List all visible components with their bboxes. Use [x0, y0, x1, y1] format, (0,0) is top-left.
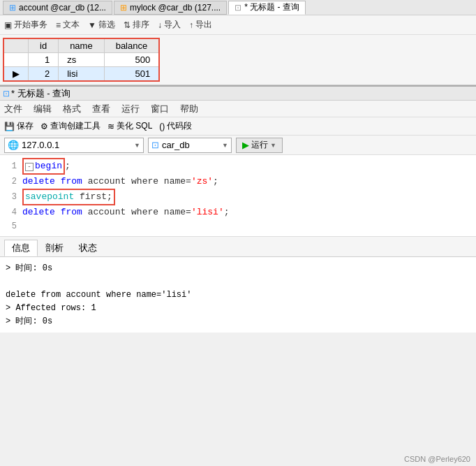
run-play-icon: ▶: [242, 140, 249, 150]
line4-str: 'lisi': [191, 207, 224, 217]
db-value: car_db: [162, 140, 190, 150]
col-id-header[interactable]: id: [29, 38, 59, 53]
col-name-header[interactable]: name: [59, 38, 105, 53]
start-transaction-btn[interactable]: ▣ 开始事务: [4, 19, 47, 31]
line4-end: ;: [224, 207, 230, 217]
info-line-4: > 时间: 0s: [6, 315, 470, 328]
data-table: id name balance 1 zs 500 ▶ 2 lisi 501: [3, 38, 160, 82]
filter-label: 筛选: [98, 19, 115, 31]
bottom-panel: ⊡ * 无标题 - 查询 文件 编辑 格式 查看 运行 窗口 帮助 💾 保存 ⚙…: [0, 85, 476, 333]
cell-id-2: 2: [29, 67, 59, 82]
query-window-icon: ⊡: [3, 89, 10, 99]
begin-keyword: begin: [35, 161, 62, 171]
code-line-2: 2 delete from account where name='zs';: [0, 175, 476, 189]
col-arrow-header: [3, 38, 29, 53]
line-number-3: 3: [3, 190, 17, 204]
db-selector[interactable]: ⊡ car_db ▼: [148, 138, 232, 153]
menu-format[interactable]: 格式: [63, 103, 81, 115]
tab-account-label: account @car_db (12...: [19, 3, 106, 13]
line-2-content: delete from account where name='zs';: [22, 175, 473, 189]
snippet-btn[interactable]: () 代码段: [159, 120, 192, 132]
code-editor[interactable]: 1 -begin ; 2 delete from account where n…: [0, 155, 476, 237]
filter-btn[interactable]: ▼ 筛选: [88, 19, 115, 31]
line2-end: ;: [213, 176, 218, 187]
line-number-2: 2: [3, 175, 17, 189]
watermark: CSDN @Perley620: [404, 455, 470, 463]
host-value: 127.0.0.1: [22, 140, 59, 150]
import-btn[interactable]: ↓ 导入: [158, 19, 181, 31]
run-chevron-icon: ▼: [270, 142, 276, 149]
info-tab-bar: 信息 剖析 状态: [0, 240, 476, 257]
cell-name-2: lisi: [59, 67, 105, 82]
tab-query[interactable]: ⊡ * 无标题 - 查询: [228, 1, 306, 15]
menu-window[interactable]: 窗口: [151, 103, 169, 115]
info-section: 信息 剖析 状态 > 时间: 0s delete from account wh…: [0, 240, 476, 333]
row-arrow-1: [3, 53, 29, 67]
tab-query-label: * 无标题 - 查询: [244, 1, 299, 13]
line-4-content: delete from account where name='lisi';: [22, 205, 473, 219]
tab-mylock-label: mylock @car_db (127....: [130, 3, 221, 13]
from-keyword-2: from: [61, 207, 82, 217]
export-label: 导出: [195, 19, 212, 31]
line4-rest: account where name=: [88, 207, 191, 217]
menu-help[interactable]: 帮助: [180, 103, 198, 115]
code-line-4: 4 delete from account where name='lisi';: [0, 205, 476, 219]
connection-bar: 🌐 127.0.0.1 ▼ ⊡ car_db ▼ ▶ 运行 ▼: [0, 136, 476, 155]
sort-icon: ⇅: [124, 20, 131, 30]
cell-name-1: zs: [59, 53, 105, 67]
table-row[interactable]: ▶ 2 lisi 501: [3, 67, 159, 82]
line-number-4: 4: [3, 205, 17, 219]
info-tab-status[interactable]: 状态: [71, 240, 105, 256]
delete-keyword-2: delete: [22, 207, 55, 217]
run-button[interactable]: ▶ 运行 ▼: [236, 138, 283, 153]
line2-rest: account where name=: [88, 176, 191, 187]
menu-run[interactable]: 运行: [121, 103, 140, 115]
code-icon: (): [159, 122, 165, 131]
info-line-3: > Affected rows: 1: [6, 302, 470, 314]
col-balance-header[interactable]: balance: [104, 38, 159, 53]
tool-icon: ⚙: [40, 122, 48, 131]
tab-account[interactable]: ⊞ account @car_db (12...: [3, 1, 112, 15]
start-icon: ▣: [4, 20, 12, 30]
code-line-5: 5: [0, 219, 476, 233]
menu-view[interactable]: 查看: [92, 103, 110, 115]
run-label: 运行: [251, 139, 268, 151]
info-tab-profile[interactable]: 剖析: [38, 240, 71, 256]
beautify-btn[interactable]: ≋ 美化 SQL: [107, 120, 152, 132]
text-label: 文本: [63, 19, 80, 31]
fold-icon: -: [25, 163, 34, 171]
globe-icon: 🌐: [8, 140, 19, 150]
tab-mylock[interactable]: ⊞ mylock @car_db (127....: [114, 1, 227, 15]
begin-box: -begin: [22, 158, 65, 175]
text-btn[interactable]: ≡ 文本: [56, 19, 80, 31]
info-tab-info[interactable]: 信息: [4, 240, 38, 256]
row-arrow-2: ▶: [3, 67, 29, 82]
delete-keyword-1: delete: [22, 176, 55, 187]
panel-title: * 无标题 - 查询: [11, 87, 70, 100]
code-line-3: 3 savepoint first;: [0, 189, 476, 205]
table-container: id name balance 1 zs 500 ▶ 2 lisi 501: [0, 35, 476, 85]
host-selector[interactable]: 🌐 127.0.0.1 ▼: [4, 138, 144, 153]
save-btn[interactable]: 💾 保存: [4, 120, 34, 132]
line-1-content: -begin ;: [22, 158, 473, 175]
export-btn[interactable]: ↑ 导出: [189, 19, 212, 31]
menu-edit[interactable]: 编辑: [34, 103, 52, 115]
save-label: 保存: [17, 120, 34, 132]
begin-semicolon: ;: [65, 161, 70, 171]
sort-btn[interactable]: ⇅ 排序: [124, 19, 149, 31]
savepoint-box: savepoint first;: [22, 189, 115, 205]
tab-bar: ⊞ account @car_db (12... ⊞ mylock @car_d…: [0, 0, 476, 15]
beautify-icon: ≋: [107, 122, 114, 131]
import-icon: ↓: [158, 20, 162, 30]
menu-file[interactable]: 文件: [4, 103, 22, 115]
info-content: > 时间: 0s delete from account where name=…: [0, 257, 476, 333]
line-number-5: 5: [3, 219, 17, 233]
table-icon: ⊞: [9, 3, 16, 13]
panel-title-bar: ⊡ * 无标题 - 查询: [0, 85, 476, 101]
save-icon: 💾: [4, 122, 15, 131]
db-icon: ⊡: [151, 140, 159, 150]
query-builder-btn[interactable]: ⚙ 查询创建工具: [40, 120, 101, 132]
info-line-sep: [6, 275, 470, 288]
cell-balance-2: 501: [104, 67, 159, 82]
table-row[interactable]: 1 zs 500: [3, 53, 159, 67]
